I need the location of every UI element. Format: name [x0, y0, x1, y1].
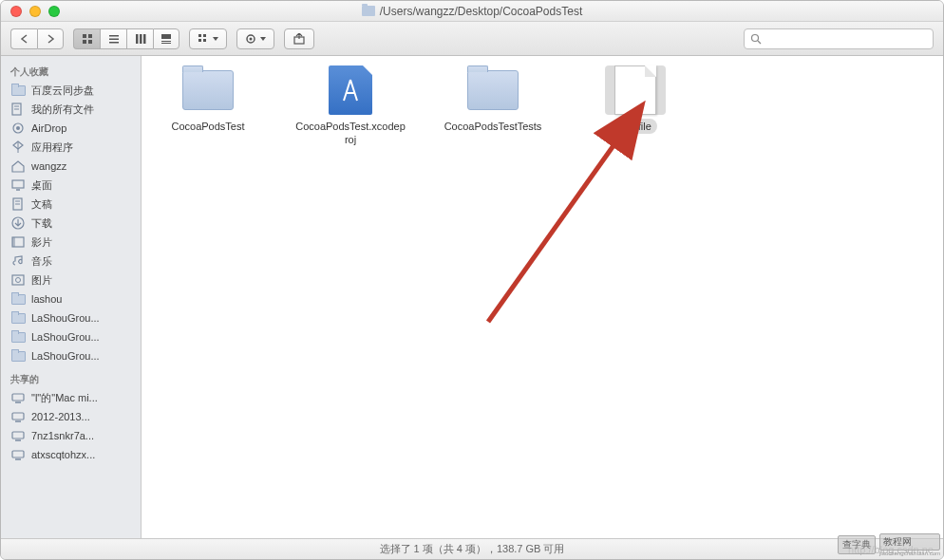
forward-button[interactable]: [37, 28, 64, 49]
svg-rect-7: [136, 34, 139, 44]
sidebar-item-shared[interactable]: atxscqtohzx...: [1, 445, 141, 464]
xcode-icon: [329, 65, 372, 115]
sidebar-item-favorite[interactable]: 桌面: [1, 176, 141, 195]
svg-rect-38: [12, 394, 24, 401]
action-button[interactable]: [236, 28, 274, 49]
arrange-button[interactable]: [189, 28, 227, 49]
svg-rect-12: [161, 43, 171, 44]
home-icon: [10, 159, 26, 173]
sidebar-item-shared[interactable]: 2012-2013...: [1, 407, 141, 426]
sidebar-item-favorite[interactable]: 音乐: [1, 252, 141, 271]
sidebar-item-label: 下载: [31, 216, 52, 231]
folder-icon: [10, 84, 26, 97]
svg-rect-5: [109, 38, 119, 40]
movies-icon: [10, 235, 26, 249]
music-icon: [10, 254, 26, 268]
close-button[interactable]: [10, 6, 22, 17]
svg-rect-1: [88, 34, 92, 38]
file-label: CocoaPodsTestTests: [439, 119, 548, 134]
folder-icon: [182, 70, 234, 110]
all-files-icon: [10, 103, 26, 116]
back-button[interactable]: [10, 28, 37, 49]
file-item[interactable]: Podfile: [588, 65, 683, 148]
folder-icon: [10, 349, 26, 363]
pictures-icon: [10, 273, 26, 287]
sidebar-item-favorite[interactable]: LaShouGrou...: [1, 346, 141, 365]
sidebar-item-label: LaShouGrou...: [31, 312, 100, 324]
sidebar-item-favorite[interactable]: wangzz: [1, 157, 141, 176]
window-title: /Users/wangzz/Desktop/CocoaPodsTest: [1, 5, 943, 18]
sidebar-item-label: 应用程序: [31, 140, 73, 155]
sidebar-item-label: "l"的"Mac mi...: [31, 391, 98, 405]
svg-rect-0: [83, 34, 86, 38]
sidebar-item-shared[interactable]: "l"的"Mac mi...: [1, 388, 141, 407]
svg-rect-35: [12, 237, 15, 247]
sidebar-item-label: lashou: [31, 293, 62, 305]
titlebar[interactable]: /Users/wangzz/Desktop/CocoaPodsTest: [1, 1, 943, 22]
maximize-button[interactable]: [48, 6, 60, 17]
sidebar-item-label: 7nz1snkr7a...: [31, 430, 94, 441]
sidebar-item-favorite[interactable]: 应用程序: [1, 138, 141, 157]
file-item[interactable]: CocoaPodsTest: [160, 65, 255, 148]
documents-icon: [10, 197, 26, 211]
sidebar-item-label: 音乐: [31, 254, 52, 269]
sidebar-item-shared[interactable]: 7nz1snkr7a...: [1, 426, 141, 445]
svg-rect-9: [143, 34, 146, 44]
svg-point-20: [752, 34, 759, 41]
search-input[interactable]: [762, 33, 927, 45]
view-buttons: [73, 28, 179, 49]
sidebar-item-favorite[interactable]: 百度云同步盘: [1, 81, 141, 100]
statusbar-text: 选择了 1 项（共 4 项），138.7 GB 可用: [380, 542, 565, 556]
sidebar-item-favorite[interactable]: 影片: [1, 233, 141, 252]
sidebar-item-label: 文稿: [31, 197, 52, 212]
file-label: Podfile: [614, 119, 657, 134]
sidebar: 个人收藏 百度云同步盘我的所有文件AirDrop应用程序wangzz桌面文稿下载…: [1, 56, 142, 538]
sidebar-item-favorite[interactable]: LaShouGrou...: [1, 327, 141, 346]
airdrop-icon: [10, 121, 26, 135]
file-item[interactable]: CocoaPodsTest.xcodeproj: [303, 65, 398, 148]
list-view-button[interactable]: [100, 28, 126, 49]
svg-rect-28: [12, 180, 24, 188]
file-item[interactable]: CocoaPodsTestTests: [445, 65, 540, 148]
content-area[interactable]: CocoaPodsTestCocoaPodsTest.xcodeprojCoco…: [142, 56, 943, 538]
svg-line-21: [758, 41, 761, 44]
folder-icon: [10, 311, 26, 325]
sidebar-item-label: 百度云同步盘: [31, 84, 94, 98]
sidebar-item-label: LaShouGrou...: [31, 331, 100, 343]
watermark-sub: jiaochengchazidian.com: [879, 551, 940, 556]
file-label: CocoaPodsTest: [165, 119, 250, 134]
coverflow-view-button[interactable]: [153, 28, 179, 49]
sidebar-item-favorite[interactable]: 图片: [1, 271, 141, 289]
sidebar-item-favorite[interactable]: AirDrop: [1, 119, 141, 138]
file-icon-wrapper: [178, 65, 238, 115]
computer-icon: [10, 391, 26, 404]
computer-icon: [10, 448, 26, 461]
svg-rect-40: [12, 413, 24, 420]
svg-point-18: [250, 37, 253, 40]
sidebar-favorites-header: 个人收藏: [1, 62, 141, 81]
search-field[interactable]: [744, 28, 934, 49]
sidebar-item-favorite[interactable]: 下载: [1, 214, 141, 233]
folder-icon: [467, 70, 519, 110]
minimize-button[interactable]: [29, 6, 41, 17]
column-view-button[interactable]: [126, 28, 153, 49]
apps-icon: [10, 140, 26, 154]
downloads-icon: [10, 216, 26, 230]
sidebar-item-label: 桌面: [31, 178, 52, 193]
svg-rect-6: [109, 42, 119, 44]
svg-rect-15: [198, 39, 201, 42]
sidebar-item-favorite[interactable]: 我的所有文件: [1, 100, 141, 119]
sidebar-item-favorite[interactable]: 文稿: [1, 195, 141, 214]
svg-point-26: [16, 126, 20, 130]
svg-rect-2: [83, 40, 86, 44]
watermark-text1: 查字典: [838, 535, 876, 554]
icon-view-button[interactable]: [73, 28, 100, 49]
svg-rect-16: [203, 39, 206, 42]
svg-rect-10: [161, 34, 171, 39]
sidebar-item-favorite[interactable]: lashou: [1, 289, 141, 308]
sidebar-item-favorite[interactable]: LaShouGrou...: [1, 308, 141, 327]
sidebar-shared-header: 共享的: [1, 369, 141, 388]
toolbar: [1, 22, 943, 56]
share-button[interactable]: [284, 28, 314, 49]
svg-rect-14: [203, 34, 206, 37]
